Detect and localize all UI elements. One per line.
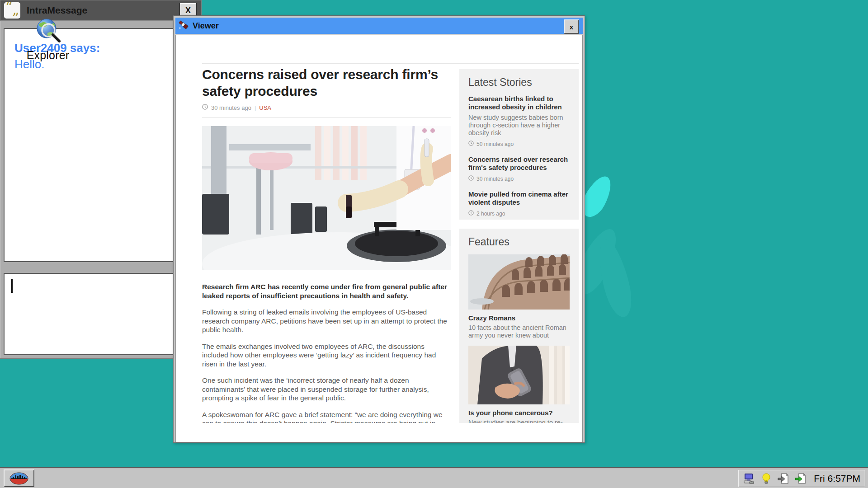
intramessage-title: IntraMessage (27, 5, 87, 16)
story-item[interactable]: Movie pulled from cinema after violent d… (468, 190, 570, 217)
features-panel: Features (459, 229, 579, 423)
text-caret (11, 279, 13, 293)
article-photo-lab (202, 126, 451, 270)
article-region-tag[interactable]: USA (259, 104, 271, 111)
tray-document-send-icon[interactable] (795, 473, 807, 484)
viewer-title: Viewer (193, 21, 219, 31)
story-item[interactable]: Concerns raised over research firm's saf… (468, 155, 570, 182)
latest-stories-panel: Latest Stories Caesarean births linked t… (459, 69, 579, 220)
clock-icon (202, 104, 208, 111)
story-time: 2 hours ago (476, 211, 505, 217)
story-time: 30 minutes ago (476, 176, 514, 182)
chat-input[interactable] (4, 273, 195, 355)
feature-title: Is your phone cancerous? (468, 409, 570, 417)
story-time: 50 minutes ago (476, 141, 514, 147)
chat-history: User2409 says: Hello. (4, 28, 195, 262)
latest-stories-title: Latest Stories (468, 76, 570, 89)
feature-desc: 10 facts about the ancient Roman army yo… (468, 324, 570, 339)
tray-document-in-icon[interactable] (778, 473, 789, 484)
article-paragraph: The emails exchanges involved two employ… (202, 342, 451, 369)
article-time: 30 minutes ago (211, 104, 251, 111)
article-paragraph: A spokeswoman for ARC gave a brief state… (202, 410, 451, 423)
story-item[interactable]: Caesarean births linked to increased obe… (468, 95, 570, 147)
article: Concerns raised over research firm’s saf… (202, 35, 451, 423)
quotes-icon: “” (4, 2, 20, 19)
story-title: Concerns raised over research firm's saf… (468, 155, 570, 172)
taskbar: Fri 6:57PM (0, 468, 868, 488)
clock-icon (468, 210, 474, 217)
start-button[interactable] (4, 469, 34, 487)
tray-lightbulb-icon[interactable] (760, 473, 772, 484)
desktop-icon-explorer[interactable]: Explorer (21, 17, 75, 62)
story-desc: New study suggests babies born through c… (468, 114, 570, 137)
features-title: Features (468, 236, 570, 248)
telescope-icon (178, 19, 189, 32)
clock-icon (468, 175, 474, 182)
viewer-titlebar[interactable]: Viewer x (175, 18, 583, 34)
feature-item[interactable]: Is your phone cancerous? New studies are… (468, 346, 570, 423)
story-title: Movie pulled from cinema after violent d… (468, 190, 570, 206)
meta-separator: | (255, 104, 256, 111)
article-lead: Research firm ARC has recently come unde… (202, 282, 451, 300)
viewer-window: Viewer x Concerns raised over research f… (173, 15, 585, 443)
clock-icon (468, 141, 474, 147)
feature-title: Crazy Romans (468, 314, 570, 322)
viewer-close-button[interactable]: x (564, 19, 579, 34)
article-headline: Concerns raised over research firm’s saf… (202, 66, 451, 99)
article-paragraph: Following a string of leaked emails invo… (202, 308, 451, 334)
explorer-globe-icon (33, 40, 63, 47)
article-paragraph: One such incident was the ‘incorrect sto… (202, 376, 451, 403)
start-logo-icon (9, 472, 29, 485)
tray-computer-icon[interactable] (743, 473, 755, 484)
viewer-content: Concerns raised over research firm’s saf… (175, 35, 583, 442)
system-tray: Fri 6:57PM (738, 470, 865, 487)
desktop-icon-label: Explorer (21, 49, 75, 62)
feature-desc: New studies are beginning to re-link the… (468, 419, 570, 423)
feature-image-phone (468, 346, 570, 404)
divider (202, 117, 451, 118)
taskbar-clock[interactable]: Fri 6:57PM (814, 473, 860, 484)
story-title: Caesarean births linked to increased obe… (468, 95, 570, 111)
feature-image-colosseum (468, 254, 570, 310)
feature-item[interactable]: Crazy Romans 10 facts about the ancient … (468, 254, 570, 339)
